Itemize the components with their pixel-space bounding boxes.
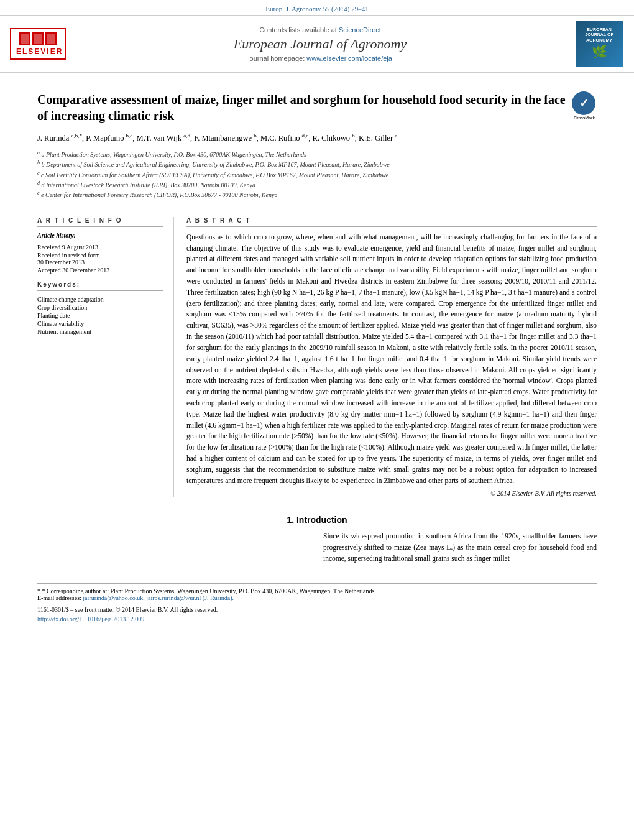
keyword-1: Climate change adaptation	[37, 296, 163, 303]
accepted-date: Accepted 30 December 2013	[37, 267, 163, 274]
logo-plant-icon: 🌿	[592, 44, 607, 59]
footnote-section: * * Corresponding author at: Plant Produ…	[37, 583, 597, 622]
keyword-4: Climate variability	[37, 320, 163, 327]
crossmark-badge: ✓ CrossMark	[572, 91, 597, 116]
affiliation-d: d d International Livestock Research Ins…	[37, 180, 597, 190]
article-body-columns: A R T I C L E I N F O Article history: R…	[37, 217, 597, 497]
intro-col-left	[37, 531, 311, 564]
journal-header: ELSEVIER Contents lists available at Sci…	[0, 15, 634, 73]
page: Europ. J. Agronomy 55 (2014) 29–41 ELSEV…	[0, 0, 634, 635]
keyword-3: Planting date	[37, 312, 163, 319]
affiliation-b: b b Department of Soil Science and Agric…	[37, 159, 597, 169]
revised-date: Received in revised form 30 December 201…	[37, 252, 163, 265]
received-date: Received 9 August 2013	[37, 244, 163, 251]
abstract-column: A B S T R A C T Questions as to which cr…	[186, 217, 597, 497]
keyword-2: Crop diversification	[37, 304, 163, 311]
crossmark-icon: ✓	[572, 91, 595, 115]
intro-col-right: Since its widespread promotion in southe…	[323, 531, 597, 564]
sciencedirect-link[interactable]: ScienceDirect	[339, 26, 381, 34]
journal-logo: EUROPEANJOURNAL OFAGRONOMY 🌿	[574, 21, 624, 67]
article-info-column: A R T I C L E I N F O Article history: R…	[37, 217, 174, 497]
affiliation-c: c c Soil Fertility Consortium for Southe…	[37, 170, 597, 180]
email-line: E-mail addresses: jairurinda@yahoo.co.uk…	[37, 594, 597, 601]
article-history-label: Article history:	[37, 232, 163, 239]
asterisk-note: *	[37, 588, 42, 594]
article-info-label: A R T I C L E I N F O	[37, 217, 163, 227]
keywords-label: Keywords:	[37, 281, 163, 291]
email-links[interactable]: jairurinda@yahoo.co.uk, jairos.rurinda@w…	[83, 594, 234, 601]
citation-text: Europ. J. Agronomy 55 (2014) 29–41	[265, 5, 368, 12]
abstract-label: A B S T R A C T	[186, 217, 597, 227]
homepage-line: journal homepage: www.elsevier.com/locat…	[72, 55, 568, 62]
journal-name: European Journal of Agronomy	[72, 36, 568, 52]
issn-line: 1161-0301/$ – see front matter © 2014 El…	[37, 606, 597, 613]
introduction-columns: Since its widespread promotion in southe…	[37, 531, 597, 564]
crossmark-label: CrossMark	[572, 116, 597, 120]
article-title-section: Comparative assessment of maize, finger …	[37, 91, 597, 124]
email-label: E-mail addresses:	[37, 594, 81, 601]
copyright-line: © 2014 Elsevier B.V. All rights reserved…	[186, 490, 597, 497]
doi-line[interactable]: http://dx.doi.org/10.1016/j.eja.2013.12.…	[37, 616, 597, 622]
affiliations: a a Plant Production Systems, Wageningen…	[37, 149, 597, 208]
homepage-url[interactable]: www.elsevier.com/locate/eja	[306, 55, 392, 62]
contents-line: Contents lists available at ScienceDirec…	[72, 26, 568, 34]
affiliation-a: a a Plant Production Systems, Wageningen…	[37, 149, 597, 159]
elsevier-brand-text: ELSEVIER	[16, 47, 60, 56]
introduction-section: 1. Introduction Since its widespread pro…	[37, 507, 597, 564]
authors-line: J. Rurinda a,b,*, P. Mapfumo b,c, M.T. v…	[37, 131, 597, 144]
elsevier-logo: ELSEVIER	[10, 28, 66, 60]
introduction-heading: 1. Introduction	[37, 515, 597, 525]
article-title: Comparative assessment of maize, finger …	[37, 91, 566, 124]
affiliation-e: e e Center for International Forestry Re…	[37, 190, 597, 200]
main-content: Comparative assessment of maize, finger …	[0, 73, 634, 635]
keywords-section: Keywords: Climate change adaptation Crop…	[37, 281, 163, 335]
logo-title-text: EUROPEANJOURNAL OFAGRONOMY	[585, 27, 613, 43]
abstract-text: Questions as to which crop to grow, wher…	[186, 232, 597, 487]
header-center: Contents lists available at ScienceDirec…	[72, 26, 568, 62]
revised-label: Received in revised form	[37, 252, 100, 259]
keyword-5: Nutrient management	[37, 328, 163, 335]
top-citation: Europ. J. Agronomy 55 (2014) 29–41	[0, 0, 634, 15]
corresponding-author: * * Corresponding author at: Plant Produ…	[37, 588, 597, 594]
